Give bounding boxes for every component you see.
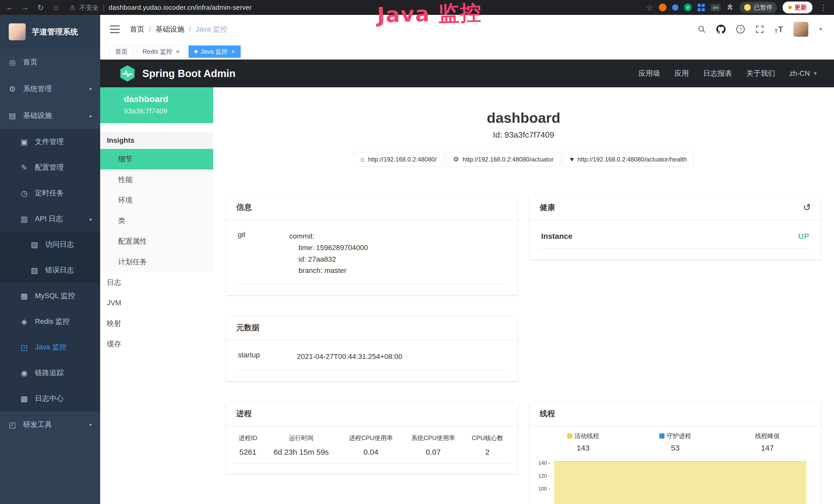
chrome-update-button[interactable]: 更新 [783,2,812,13]
home-icon: ⌂ [360,155,365,163]
browser-menu-icon[interactable]: ⋮ [818,3,829,12]
sba-brand[interactable]: Spring Boot Admin [119,65,236,82]
extension-icon-switch-on[interactable]: on [711,4,721,11]
breadcrumb-infrastructure[interactable]: 基础设施 [156,24,184,34]
address-bar[interactable]: ⚠ 不安全 | dashboard.yudao.iocoder.cn/infra… [69,3,252,12]
tab-java-monitor[interactable]: Java 监控 × [189,45,241,58]
threads-chart: 140 120 100 [537,460,813,504]
github-icon[interactable] [716,25,726,34]
gear-icon: ⚙ [8,85,17,93]
sidebar-item-label: API 日志 [35,214,63,224]
cpu-cores-value: 2 [464,446,511,463]
info-key: git [238,231,289,276]
sidebar-item-system-management[interactable]: ⚙ 系统管理 ▼ [0,75,100,102]
sba-locale-value: zh-CN [790,69,810,77]
file-icon: ▣ [20,137,29,146]
metadata-card-title: 元数据 [236,322,259,333]
sba-menu-details[interactable]: 细节 [100,149,213,169]
fullscreen-icon[interactable] [755,25,764,33]
wrench-icon: ⚙ [453,155,459,163]
sidebar-item-scheduled-tasks[interactable]: ◷ 定时任务 [0,180,100,206]
metadata-key: startup [238,351,297,363]
breadcrumb-home[interactable]: 首页 [130,24,144,34]
help-icon[interactable]: ? [736,25,745,34]
user-avatar[interactable] [793,22,808,37]
sidebar-item-label: 访问日志 [45,239,74,249]
sidebar-item-java-monitor[interactable]: ◳ Java 监控 [0,334,100,360]
sidebar-item-mysql-monitor[interactable]: ▦ MySQL 监控 [0,283,100,308]
tab-label: 首页 [115,47,128,56]
sba-menu-caches[interactable]: 缓存 [100,334,213,354]
sba-menu-jvm[interactable]: JVM [100,293,213,313]
sidebar-item-home[interactable]: ◎ 首页 [0,49,100,75]
sba-menu-config-props[interactable]: 配置属性 [100,231,213,252]
sidebar-item-api-logs[interactable]: ▥ API 日志 ▲ [0,206,100,232]
back-icon[interactable]: ← [5,3,14,12]
refresh-icon[interactable]: ↻ [36,3,45,12]
history-icon[interactable]: ↺ [803,202,811,213]
sba-locale-select[interactable]: zh-CN ▼ [790,69,817,77]
profile-paused-badge[interactable]: 已暂停 [740,2,777,13]
threads-card-title: 线程 [540,409,555,419]
app-logo[interactable]: 芋道管理系统 [0,15,100,49]
browser-home-icon[interactable]: ⌂ [51,3,61,12]
sba-nav-applications[interactable]: 应用 [675,69,689,78]
extension-icon-teal-v[interactable]: v [684,4,692,11]
extension-icon-orange[interactable] [659,4,666,11]
sba-menu-scheduled-tasks[interactable]: 计划任务 [100,252,213,272]
puzzle-extensions-icon[interactable] [726,4,734,11]
search-icon[interactable] [697,25,706,33]
sidebar-item-access-logs[interactable]: ▧ 访问日志 [0,232,100,257]
close-icon[interactable]: × [176,48,179,55]
sidebar-item-error-logs[interactable]: ▨ 错误日志 [0,257,100,283]
sba-menu-classes[interactable]: 类 [100,210,213,231]
y-axis-tick: 140 [537,460,550,466]
sidebar-item-link-tracing[interactable]: ◉ 链路追踪 [0,360,100,386]
hamburger-icon[interactable] [110,25,120,33]
bookmark-star-icon[interactable]: ☆ [646,3,653,12]
live-threads-area [554,461,806,504]
close-icon[interactable]: × [231,48,235,55]
sba-menu-insights[interactable]: Insights [100,132,213,149]
sba-menu-performance[interactable]: 性能 [100,169,213,190]
update-label: 更新 [794,3,807,12]
sba-nav-about[interactable]: 关于我们 [746,69,775,78]
extension-icon-blue-drop[interactable] [672,4,678,10]
sidebar-item-log-center[interactable]: ▩ 日志中心 [0,386,100,411]
instance-url-button[interactable]: ⌂ http://192.168.0.2:48080/ [353,152,444,167]
sidebar-item-label: 日志中心 [35,394,64,403]
sidebar-item-file-management[interactable]: ▣ 文件管理 [0,129,100,155]
extension-icon-grid[interactable] [697,4,705,11]
instance-links: ⌂ http://192.168.0.2:48080/ ⚙ http://192… [213,152,834,167]
tab-bar: 首页 Redis 监控 × Java 监控 × [100,44,834,60]
sidebar-item-dev-tools[interactable]: ◰ 研发工具 ▼ [0,411,100,438]
sba-nav-wallboard[interactable]: 应用墙 [639,69,660,78]
tab-redis-monitor[interactable]: Redis 监控 × [137,45,185,58]
sba-menu-environment[interactable]: 环境 [100,190,213,210]
actuator-url-button[interactable]: ⚙ http://192.168.0.2:48080/actuator [446,152,561,167]
tab-home[interactable]: 首页 [109,45,134,58]
health-instance-row[interactable]: Instance UP [540,227,811,249]
url-text[interactable]: dashboard.yudao.iocoder.cn/infra/admin-s… [109,4,252,12]
health-url-button[interactable]: ♥ http://192.168.0.2:48080/actuator/heal… [563,152,694,167]
process-col-uptime: 运行时间 [263,430,339,446]
forward-icon[interactable]: → [21,3,30,12]
sba-menu-mappings[interactable]: 映射 [100,313,213,334]
sba-menu-logs[interactable]: 日志 [100,272,213,293]
sba-nav-journal[interactable]: 日志报表 [703,69,732,78]
legend-live-threads[interactable]: 活动线程 143 [537,432,629,452]
font-size-icon[interactable]: TT [774,25,783,34]
sidebar-item-label: 定时任务 [35,188,64,198]
legend-daemon-threads[interactable]: 守护进程 53 [629,432,722,452]
sidebar-item-infrastructure[interactable]: ▤ 基础设施 ▲ [0,102,100,129]
sidebar-item-label: 研发工具 [23,420,52,430]
log-center-icon: ▩ [20,394,29,403]
tab-label: Redis 监控 [142,47,172,56]
actuator-url-label: http://192.168.0.2:48080/actuator [463,156,553,163]
sidebar-item-redis-monitor[interactable]: ◈ Redis 监控 [0,308,100,334]
redis-icon: ◈ [20,317,29,326]
sba-instance-header[interactable]: dashboard 93a3fc7f7409 [100,87,213,123]
avatar-caret-down-icon[interactable]: ▼ [818,27,823,31]
sidebar-item-config-management[interactable]: ✎ 配置管理 [0,155,100,180]
live-threads-swatch-icon [567,433,572,438]
